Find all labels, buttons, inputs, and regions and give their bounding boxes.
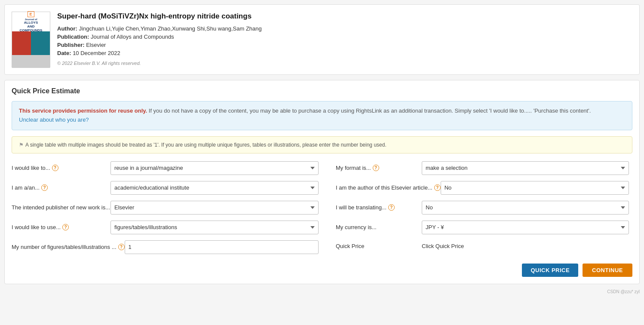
info-box-blue: This service provides permission for reu…	[12, 101, 632, 130]
help-icon-i-am[interactable]: ?	[41, 184, 48, 191]
article-meta: Author: Jingchuan Li,Yujie Chen,Yiman Zh…	[57, 25, 632, 56]
form-row-number: My number of figures/tables/illustration…	[12, 240, 319, 254]
info-blue-bold: This service provides permission for reu…	[19, 107, 147, 114]
publisher-value: Elsevier	[86, 42, 106, 48]
article-title: Super-hard (MoSiTiVZr)Nx high-entropy ni…	[57, 12, 632, 21]
section-title: Quick Price Estimate	[12, 87, 632, 95]
form-row-i-am: I am a/an... ? academic/educational inst…	[12, 181, 319, 195]
help-icon-translating[interactable]: ?	[388, 204, 395, 211]
input-number[interactable]	[125, 240, 319, 254]
form-row-would-like: I would like to... ? reuse in a journal/…	[12, 161, 319, 175]
select-i-am[interactable]: academic/educational institute commercia…	[110, 181, 319, 195]
copyright: © 2022 Elsevier B.V. All rights reserved…	[57, 61, 632, 66]
article-info: Super-hard (MoSiTiVZr)Nx high-entropy ni…	[57, 12, 632, 66]
info-yellow-text: A single table with multiple images shou…	[25, 142, 386, 148]
select-format[interactable]: make a selection print electronic both p…	[422, 161, 629, 175]
select-currency[interactable]: JPY - ¥ USD - $ EUR - € GBP - £	[422, 221, 629, 234]
cover-teal-band	[31, 31, 50, 55]
help-icon-format[interactable]: ?	[373, 165, 379, 171]
select-translating[interactable]: No Yes	[422, 201, 629, 215]
article-header: E Journal ofALLOYSANDCOMPOUNDS Super-har…	[12, 12, 632, 67]
form-row-author: I am the author of this Elsevier article…	[336, 181, 629, 195]
help-icon-number[interactable]: ?	[118, 244, 125, 250]
help-icon-author[interactable]: ?	[434, 184, 441, 191]
date-label: Date:	[57, 50, 71, 56]
select-would-like[interactable]: reuse in a journal/magazine republish in…	[110, 161, 319, 175]
help-icon-would-like[interactable]: ?	[52, 165, 58, 171]
journal-cover: E Journal ofALLOYSANDCOMPOUNDS	[12, 12, 50, 67]
label-translating: I will be translating... ?	[336, 204, 422, 211]
elsevier-logo: E	[28, 11, 34, 18]
buttons-row: QUICK PRICE CONTINUE	[12, 264, 632, 277]
date-line: Date: 10 December 2022	[57, 50, 632, 56]
select-publisher[interactable]: Elsevier Springer Wiley Other	[110, 201, 319, 215]
publication-value: Journal of Alloys and Compounds	[91, 34, 174, 40]
publisher-line: Publisher: Elsevier	[57, 42, 632, 48]
continue-button[interactable]: CONTINUE	[583, 264, 632, 277]
form-row-currency: My currency is... JPY - ¥ USD - $ EUR - …	[336, 221, 629, 234]
quick-price-card: Quick Price Estimate This service provid…	[4, 80, 640, 284]
select-author[interactable]: No Yes	[441, 181, 629, 195]
label-number: My number of figures/tables/illustration…	[12, 244, 125, 250]
label-i-am: I am a/an... ?	[12, 184, 110, 191]
select-use[interactable]: figures/tables/illustrations text data i…	[110, 221, 319, 234]
form-right: My format is... ? make a selection print…	[322, 161, 632, 260]
form-row-publisher: The intended publisher of new work is...…	[12, 201, 319, 215]
label-would-like: I would like to... ?	[12, 165, 110, 171]
cover-bottom	[12, 55, 50, 68]
form-row-use: I would like to use... ? figures/tables/…	[12, 221, 319, 234]
flag-icon: ⚑	[19, 142, 24, 148]
label-quick-price: Quick Price	[336, 243, 422, 249]
info-box-yellow: ⚑A single table with multiple images sho…	[12, 136, 632, 153]
watermark: CSDN @zzu* zyl	[4, 289, 640, 294]
label-use: I would like to use... ?	[12, 224, 110, 230]
label-author: I am the author of this Elsevier article…	[336, 184, 441, 191]
author-value: Jingchuan Li,Yujie Chen,Yiman Zhao,Xunwa…	[79, 25, 262, 32]
info-blue-rest: If you do not have a copy of the content…	[147, 107, 591, 114]
cover-red-band	[12, 31, 31, 55]
form-row-quick-price: Quick Price Click Quick Price	[336, 240, 629, 252]
form-grid: I would like to... ? reuse in a journal/…	[12, 161, 632, 260]
quick-price-button[interactable]: QUICK PRICE	[522, 264, 578, 277]
unclear-link[interactable]: Unclear about who you are?	[19, 117, 89, 123]
publication-label: Publication:	[57, 34, 89, 40]
label-format: My format is... ?	[336, 165, 422, 171]
author-label: Author:	[57, 25, 77, 32]
form-row-translating: I will be translating... ? No Yes	[336, 201, 629, 215]
quick-price-value: Click Quick Price	[422, 240, 629, 252]
publisher-label: Publisher:	[57, 42, 85, 48]
label-currency: My currency is...	[336, 224, 422, 230]
author-line: Author: Jingchuan Li,Yujie Chen,Yiman Zh…	[57, 25, 632, 32]
help-icon-use[interactable]: ?	[62, 224, 69, 230]
date-value: 10 December 2022	[73, 50, 120, 56]
label-publisher: The intended publisher of new work is...	[12, 204, 110, 211]
article-card: E Journal ofALLOYSANDCOMPOUNDS Super-har…	[4, 4, 640, 75]
form-row-format: My format is... ? make a selection print…	[336, 161, 629, 175]
form-left: I would like to... ? reuse in a journal/…	[12, 161, 322, 260]
publication-line: Publication: Journal of Alloys and Compo…	[57, 34, 632, 40]
